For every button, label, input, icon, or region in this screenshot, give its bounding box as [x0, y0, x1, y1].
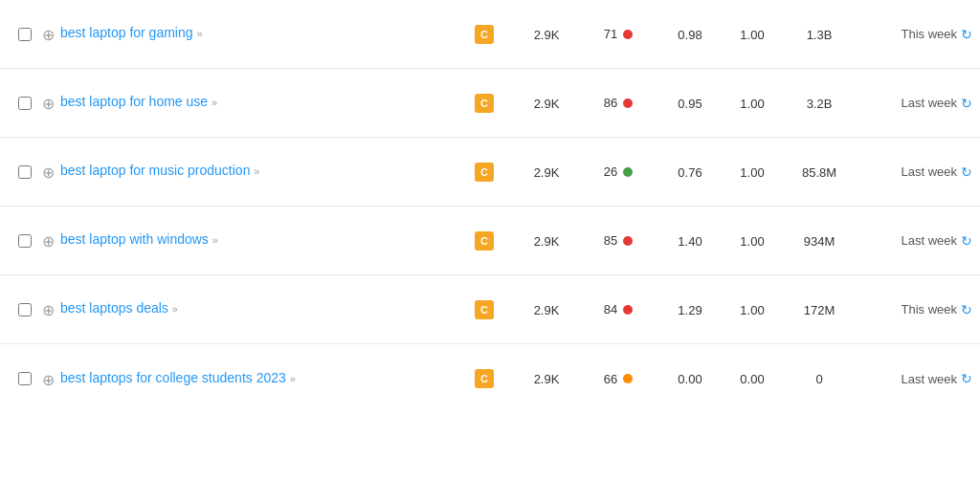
cpc-col: 1.29: [657, 302, 724, 317]
refresh-icon[interactable]: ↻: [961, 96, 972, 111]
c-badge: C: [475, 25, 494, 44]
row-checkbox[interactable]: [18, 97, 32, 110]
updated-text: Last week: [901, 372, 957, 386]
table-row: ⊕ best laptop for gaming » C 2.9K 71 0.9…: [0, 0, 980, 69]
keyword-col: ⊕ best laptop with windows »: [42, 230, 456, 251]
row-checkbox[interactable]: [18, 234, 32, 248]
badge-col: C: [456, 163, 513, 182]
row-checkbox[interactable]: [18, 303, 32, 316]
results-value: 85.8M: [802, 165, 836, 180]
refresh-icon[interactable]: ↻: [961, 233, 972, 249]
table-row: ⊕ best laptop for home use » C 2.9K 86 0…: [0, 69, 980, 138]
volume-col: 2.9K: [513, 96, 580, 111]
volume-value: 2.9K: [534, 97, 560, 111]
refresh-icon[interactable]: ↻: [961, 164, 972, 180]
updated-col: This week ↻: [858, 27, 972, 42]
results-col: 3.2B: [781, 96, 858, 111]
row-checkbox-col: [8, 97, 42, 110]
row-checkbox-col: [8, 303, 42, 316]
row-checkbox[interactable]: [18, 372, 32, 385]
cpc-col: 0.95: [657, 96, 724, 111]
kd-value: 84: [604, 302, 617, 316]
row-checkbox[interactable]: [18, 165, 32, 179]
comp-value: 0.00: [740, 372, 764, 386]
kd-value: 66: [604, 372, 617, 386]
updated-text: Last week: [901, 233, 957, 248]
kd-dot: [623, 236, 633, 246]
results-value: 3.2B: [807, 97, 833, 111]
results-value: 172M: [804, 303, 835, 317]
cpc-value: 0.00: [678, 372, 702, 386]
chevron-icon: »: [254, 165, 259, 177]
results-col: 85.8M: [781, 164, 858, 180]
results-col: 1.3B: [781, 27, 858, 42]
volume-col: 2.9K: [513, 27, 580, 42]
updated-col: Last week ↻: [858, 371, 972, 386]
kd-value: 85: [604, 233, 617, 248]
kd-dot: [623, 374, 633, 383]
table-row: ⊕ best laptops deals » C 2.9K 84 1.29 1.…: [0, 275, 980, 344]
add-icon[interactable]: ⊕: [42, 164, 55, 182]
comp-col: 1.00: [724, 27, 781, 42]
add-icon[interactable]: ⊕: [42, 301, 55, 319]
add-icon[interactable]: ⊕: [42, 371, 55, 389]
chevron-icon: »: [212, 97, 217, 108]
keyword-link[interactable]: best laptop with windows »: [60, 231, 218, 247]
keyword-link[interactable]: best laptop for music production »: [60, 163, 259, 178]
results-value: 1.3B: [807, 28, 833, 42]
kd-col: 71: [580, 27, 657, 41]
comp-value: 1.00: [740, 303, 764, 317]
comp-col: 0.00: [724, 371, 781, 386]
c-badge: C: [475, 163, 494, 182]
chevron-icon: »: [196, 28, 202, 39]
cpc-col: 0.00: [657, 371, 724, 386]
updated-text: This week: [901, 27, 957, 41]
add-icon[interactable]: ⊕: [42, 26, 55, 44]
keyword-col: ⊕ best laptops deals »: [42, 299, 456, 319]
comp-value: 1.00: [740, 165, 764, 180]
volume-value: 2.9K: [534, 165, 560, 180]
updated-col: Last week ↻: [858, 164, 972, 180]
keyword-link[interactable]: best laptop for gaming »: [60, 25, 203, 40]
results-value: 0: [815, 372, 822, 386]
cpc-value: 1.29: [678, 303, 702, 317]
row-checkbox[interactable]: [18, 28, 32, 41]
kd-dot: [623, 30, 633, 39]
cpc-value: 0.98: [678, 28, 702, 42]
updated-col: This week ↻: [858, 302, 972, 317]
keyword-col: ⊕ best laptop for gaming »: [42, 24, 456, 44]
row-checkbox-col: [8, 165, 42, 179]
add-icon[interactable]: ⊕: [42, 232, 55, 251]
kd-col: 66: [580, 372, 657, 386]
updated-text: Last week: [901, 96, 957, 110]
comp-col: 1.00: [724, 96, 781, 111]
c-badge: C: [475, 369, 494, 388]
cpc-col: 0.98: [657, 27, 724, 42]
kd-value: 26: [604, 164, 617, 179]
refresh-icon[interactable]: ↻: [961, 27, 972, 42]
volume-value: 2.9K: [534, 372, 560, 386]
keyword-col: ⊕ best laptop for home use »: [42, 93, 456, 113]
volume-col: 2.9K: [513, 302, 580, 317]
kd-dot: [623, 167, 633, 177]
table-row: ⊕ best laptops for college students 2023…: [0, 344, 980, 413]
cpc-value: 0.95: [678, 97, 702, 111]
comp-col: 1.00: [724, 164, 781, 180]
keyword-link[interactable]: best laptop for home use »: [60, 94, 217, 109]
comp-col: 1.00: [724, 302, 781, 317]
row-checkbox-col: [8, 28, 42, 41]
keyword-link[interactable]: best laptops deals »: [60, 300, 178, 316]
refresh-icon[interactable]: ↻: [961, 371, 972, 386]
volume-value: 2.9K: [534, 234, 560, 249]
comp-col: 1.00: [724, 233, 781, 249]
add-icon[interactable]: ⊕: [42, 95, 55, 113]
volume-col: 2.9K: [513, 164, 580, 180]
keyword-link[interactable]: best laptops for college students 2023 »: [60, 370, 296, 385]
results-col: 0: [781, 371, 858, 386]
table-row: ⊕ best laptop with windows » C 2.9K 85 1…: [0, 207, 980, 275]
cpc-value: 0.76: [678, 165, 702, 180]
comp-value: 1.00: [740, 28, 764, 42]
chevron-icon: »: [172, 303, 178, 315]
kd-value: 71: [604, 27, 617, 41]
refresh-icon[interactable]: ↻: [961, 302, 972, 317]
